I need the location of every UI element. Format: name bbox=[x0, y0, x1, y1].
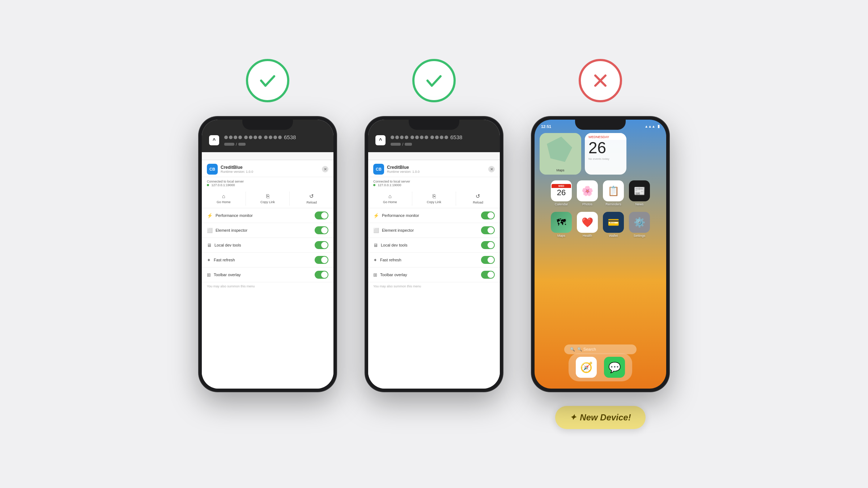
wifi-icon: ▲▲▲ bbox=[644, 124, 655, 128]
toolbar-reload-2[interactable]: ↺ Reload bbox=[456, 192, 500, 206]
local-toggle-1[interactable] bbox=[315, 241, 328, 249]
toggle-row-fast-1: ✦Fast refresh bbox=[202, 253, 333, 267]
app-calendar-wrap[interactable]: WED 26 Calendar bbox=[551, 180, 572, 206]
app-health-label: Health bbox=[583, 234, 592, 237]
app-news-label: News bbox=[635, 202, 644, 206]
server-ip-2: 127.0.0.1:19000 bbox=[378, 183, 401, 187]
modal-title-1: CreditBlue bbox=[221, 165, 253, 170]
dock-messages[interactable]: 💬 bbox=[604, 357, 625, 378]
elem-label-1: Element inspector bbox=[216, 228, 247, 232]
phone-screen-3: 12:51 ▲▲▲ ▮ Maps bbox=[535, 120, 666, 389]
toggle-row-local-2: 🖥Local dev tools bbox=[368, 238, 500, 253]
ios-app-row-2: 🗺 Maps ❤️ Health 💳 Wallet ⚙️ bbox=[535, 209, 666, 240]
toggle-row-elem-2: ⬜Element inspector bbox=[368, 223, 500, 238]
phone-frame-1: ^ 6538 / bbox=[199, 117, 336, 391]
perf-icon-2: ⚡ bbox=[373, 213, 379, 218]
svg-text:Maps: Maps bbox=[556, 168, 565, 172]
app-wallet-label: Wallet bbox=[609, 234, 618, 237]
copy-icon-1: ⎘ bbox=[266, 193, 269, 199]
app-wallet-wrap[interactable]: 💳 Wallet bbox=[603, 212, 624, 237]
card-partial-2 bbox=[368, 152, 500, 160]
elem-label-2: Element inspector bbox=[382, 228, 414, 232]
ios-widgets-row1: Maps WEDNESDAY 26 No events today bbox=[535, 130, 666, 177]
new-device-button[interactable]: ✦ New Device! bbox=[555, 406, 645, 429]
server-ip-1: 127.0.0.1:19000 bbox=[212, 183, 235, 187]
cal-events: No events today bbox=[585, 156, 626, 162]
local-icon-1: 🖥 bbox=[207, 243, 212, 248]
local-toggle-2[interactable] bbox=[481, 241, 495, 249]
perf-label-2: Performance monitor bbox=[382, 213, 419, 218]
dev-card-info-2: 6538 / bbox=[391, 134, 493, 146]
elem-icon-1: ⬜ bbox=[207, 228, 213, 233]
app-photos-wrap[interactable]: 🌸 Photos bbox=[577, 180, 598, 206]
local-icon-2: 🖥 bbox=[373, 243, 378, 248]
perf-label-1: Performance monitor bbox=[216, 213, 253, 218]
card-partial-1 bbox=[202, 152, 333, 160]
app-health-wrap[interactable]: ❤️ Health bbox=[577, 212, 598, 237]
card-number-2: 6538 bbox=[450, 134, 462, 140]
app-maps-wrap[interactable]: 🗺 Maps bbox=[551, 212, 572, 237]
app-settings-label: Settings bbox=[634, 234, 646, 237]
dev-logo-1: ^ bbox=[209, 135, 219, 145]
phone-screen-2: ^ 6538 / bbox=[368, 120, 500, 389]
fast-toggle-1[interactable] bbox=[315, 256, 328, 264]
app-settings-wrap[interactable]: ⚙️ Settings bbox=[629, 212, 650, 237]
dev-logo-2: ^ bbox=[375, 135, 386, 145]
status-right: ▲▲▲ ▮ bbox=[644, 124, 660, 129]
toolbar-toggle-2[interactable] bbox=[481, 271, 495, 279]
modal-version-1: Runtime version: 1.0.0 bbox=[221, 170, 253, 174]
modal-close-2[interactable]: ✕ bbox=[488, 166, 495, 172]
maps-widget: Maps bbox=[540, 133, 581, 175]
server-status-1: Connected to local server bbox=[207, 180, 244, 183]
perf-toggle-1[interactable] bbox=[315, 211, 328, 219]
app-news-wrap[interactable]: 📰 News bbox=[629, 180, 650, 206]
toolbar-home-1[interactable]: ⌂ Go Home bbox=[202, 192, 246, 206]
modal-app-icon-2: CB bbox=[373, 164, 384, 175]
perf-icon-1: ⚡ bbox=[207, 213, 213, 218]
modal-footer-1: You may also summon this menu bbox=[202, 282, 333, 290]
toolbar-toggle-1[interactable] bbox=[315, 271, 328, 279]
fast-label-1: Fast refresh bbox=[214, 258, 235, 262]
app-calendar-icon: WED 26 bbox=[551, 180, 572, 201]
ios-search-bar[interactable]: 🔍 🔍 Search bbox=[564, 344, 637, 354]
app-reminders-wrap[interactable]: 📋 Reminders bbox=[603, 180, 624, 206]
dock-safari[interactable]: 🧭 bbox=[576, 357, 597, 378]
credit-modal-1: CB CreditBlue Runtime version: 1.0.0 ✕ C… bbox=[202, 160, 333, 389]
app-photos-icon: 🌸 bbox=[577, 180, 598, 201]
elem-toggle-2[interactable] bbox=[481, 226, 495, 234]
modal-close-1[interactable]: ✕ bbox=[322, 166, 328, 172]
phone-frame-2: ^ 6538 / bbox=[365, 117, 503, 391]
fast-icon-2: ✦ bbox=[373, 257, 377, 263]
toggle-row-toolbar-1: ⊞Toolbar overlay bbox=[202, 267, 333, 282]
dev-top-bar-1: ^ 6538 / bbox=[202, 120, 333, 152]
app-maps-label: Maps bbox=[557, 234, 565, 237]
perf-toggle-2[interactable] bbox=[481, 211, 495, 219]
app-photos-label: Photos bbox=[582, 202, 592, 206]
modal-server-1: Connected to local server 127.0.0.1:1900… bbox=[202, 177, 333, 189]
toolbar-copy-2[interactable]: ⎘ Copy Link bbox=[412, 192, 456, 206]
modal-app-icon-1: CB bbox=[207, 164, 218, 175]
home-icon-1: ⌂ bbox=[222, 193, 225, 199]
modal-toolbar-2: ⌂ Go Home ⎘ Copy Link ↺ Reload bbox=[368, 189, 500, 208]
modal-toolbar-1: ⌂ Go Home ⎘ Copy Link ↺ Reload bbox=[202, 189, 333, 208]
fast-toggle-2[interactable] bbox=[481, 256, 495, 264]
phone-column-3: 12:51 ▲▲▲ ▮ Maps bbox=[532, 59, 669, 429]
phone-column-1: ^ 6538 / bbox=[199, 59, 336, 391]
toolbar-copy-1[interactable]: ⎘ Copy Link bbox=[246, 192, 290, 206]
modal-server-2: Connected to local server 127.0.0.1:1900… bbox=[368, 177, 500, 189]
elem-toggle-1[interactable] bbox=[315, 226, 328, 234]
reload-icon-1: ↺ bbox=[309, 193, 314, 200]
cal-number: 26 bbox=[585, 140, 626, 156]
toolbar-reload-1[interactable]: ↺ Reload bbox=[290, 192, 333, 206]
modal-footer-2: You may also summon this menu bbox=[368, 282, 500, 290]
app-wallet-icon: 💳 bbox=[603, 212, 624, 233]
status-icon-2 bbox=[412, 59, 456, 102]
local-label-1: Local dev tools bbox=[214, 243, 241, 247]
toolbar-icon-2: ⊞ bbox=[373, 272, 377, 278]
modal-title-2: CreditBlue bbox=[387, 165, 420, 170]
phone-column-2: ^ 6538 / bbox=[365, 59, 503, 391]
toggle-row-toolbar-2: ⊞Toolbar overlay bbox=[368, 267, 500, 282]
ios-app-row-1: WED 26 Calendar 🌸 Photos 📋 Reminders bbox=[535, 177, 666, 209]
local-label-2: Local dev tools bbox=[381, 243, 407, 247]
toolbar-home-2[interactable]: ⌂ Go Home bbox=[368, 192, 412, 206]
